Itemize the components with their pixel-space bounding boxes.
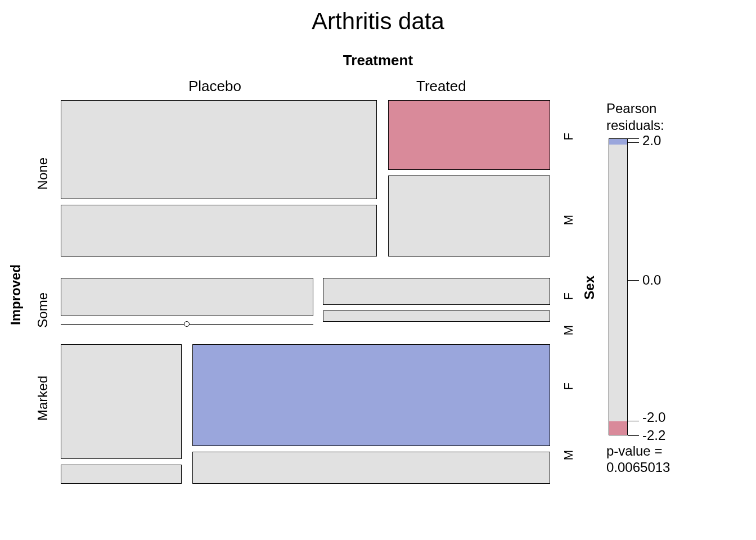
tile-some-placebo-m-zero-dot xyxy=(184,321,190,327)
sex-label-marked-m: M xyxy=(561,450,576,460)
tile-some-treated-f xyxy=(323,278,550,305)
chart-title: Arthritis data xyxy=(0,8,756,35)
tile-none-treated-f xyxy=(388,100,550,170)
sex-label-none-f: F xyxy=(561,133,576,140)
x-axis-label: Treatment xyxy=(0,52,756,69)
legend-tick-t4 xyxy=(628,435,639,436)
sex-label-some-f: F xyxy=(561,292,576,300)
legend-pvalue: p-value = 0.0065013 xyxy=(606,443,670,476)
legend-tick-t1b xyxy=(628,142,639,143)
sex-label-some-m: M xyxy=(561,325,576,335)
row-label-marked: Marked xyxy=(35,376,51,421)
tile-none-placebo-m xyxy=(61,205,377,256)
tile-marked-placebo-m xyxy=(61,465,182,484)
legend-tick-val-2: 0.0 xyxy=(642,272,661,288)
tile-none-placebo-f xyxy=(61,100,377,199)
y-axis-label: Improved xyxy=(8,264,24,325)
chart-stage: Arthritis data Treatment Placebo Treated… xyxy=(0,0,756,540)
legend: Pearson residuals: 2.0 0.0 -2.0 -2.2 p-v… xyxy=(606,100,736,134)
right-axis-label: Sex xyxy=(582,276,597,300)
col-label-placebo: Placebo xyxy=(188,78,241,95)
legend-pvalue-label: p-value = xyxy=(606,443,662,458)
legend-colorbar-negative xyxy=(609,421,627,435)
col-label-treated: Treated xyxy=(416,78,466,95)
sex-label-marked-f: F xyxy=(561,382,576,390)
legend-tick-val-4: -2.2 xyxy=(642,428,665,443)
tile-marked-placebo-f xyxy=(61,344,182,459)
legend-colorbar-positive xyxy=(609,139,627,145)
tile-marked-treated-m xyxy=(192,452,550,484)
legend-pvalue-value: 0.0065013 xyxy=(606,460,670,475)
legend-title: Pearson residuals: xyxy=(606,100,736,134)
legend-tick-val-3: -2.0 xyxy=(642,410,665,425)
legend-colorbar xyxy=(609,138,628,435)
tile-some-treated-m xyxy=(323,310,550,322)
tile-none-treated-m xyxy=(388,176,550,256)
legend-title-l1: Pearson xyxy=(606,101,656,116)
legend-tick-val-1: 2.0 xyxy=(642,133,661,148)
legend-tick-t2 xyxy=(628,280,639,281)
row-label-some: Some xyxy=(35,292,51,328)
row-label-none: None xyxy=(35,158,51,190)
tile-marked-treated-f xyxy=(192,344,550,446)
legend-title-l2: residuals: xyxy=(606,118,664,133)
tile-some-placebo-f xyxy=(61,278,313,316)
legend-tick-t1 xyxy=(628,138,639,139)
sex-label-none-m: M xyxy=(561,215,576,225)
legend-tick-t3 xyxy=(628,421,639,421)
mosaic-plot xyxy=(61,100,550,489)
